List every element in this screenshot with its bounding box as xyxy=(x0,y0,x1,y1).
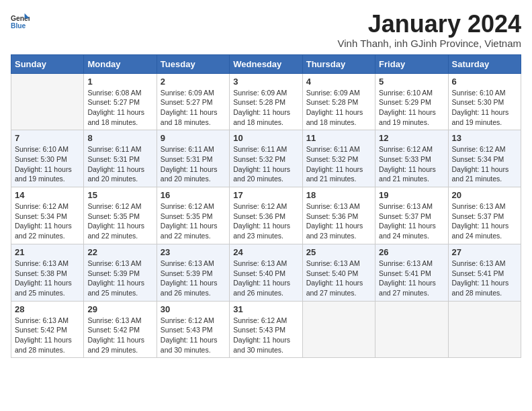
day-info: Sunrise: 6:12 AM Sunset: 5:43 PM Dayligh… xyxy=(161,316,226,355)
calendar-cell: 3Sunrise: 6:09 AM Sunset: 5:28 PM Daylig… xyxy=(230,73,302,130)
day-info: Sunrise: 6:11 AM Sunset: 5:31 PM Dayligh… xyxy=(87,144,152,184)
day-number: 15 xyxy=(87,190,152,200)
calendar-week-row: 1Sunrise: 6:08 AM Sunset: 5:27 PM Daylig… xyxy=(11,73,521,130)
day-number: 3 xyxy=(233,77,298,87)
calendar-cell: 18Sunrise: 6:13 AM Sunset: 5:36 PM Dayli… xyxy=(302,187,375,244)
day-number: 14 xyxy=(15,190,80,200)
day-number: 23 xyxy=(161,247,226,257)
day-info: Sunrise: 6:12 AM Sunset: 5:33 PM Dayligh… xyxy=(379,144,444,184)
weekday-header-friday: Friday xyxy=(375,54,448,73)
calendar-week-row: 7Sunrise: 6:10 AM Sunset: 5:30 PM Daylig… xyxy=(11,130,521,187)
calendar-cell: 10Sunrise: 6:11 AM Sunset: 5:32 PM Dayli… xyxy=(230,130,302,187)
day-info: Sunrise: 6:12 AM Sunset: 5:36 PM Dayligh… xyxy=(233,201,298,241)
day-info: Sunrise: 6:09 AM Sunset: 5:28 PM Dayligh… xyxy=(233,88,298,128)
day-info: Sunrise: 6:10 AM Sunset: 5:29 PM Dayligh… xyxy=(379,88,444,128)
day-info: Sunrise: 6:11 AM Sunset: 5:32 PM Dayligh… xyxy=(233,144,298,184)
day-info: Sunrise: 6:11 AM Sunset: 5:31 PM Dayligh… xyxy=(161,144,226,184)
weekday-header-tuesday: Tuesday xyxy=(157,54,229,73)
calendar-cell: 9Sunrise: 6:11 AM Sunset: 5:31 PM Daylig… xyxy=(157,130,229,187)
day-number: 12 xyxy=(379,133,444,143)
weekday-header-saturday: Saturday xyxy=(448,54,521,73)
calendar-cell: 6Sunrise: 6:10 AM Sunset: 5:30 PM Daylig… xyxy=(448,73,521,130)
calendar-cell: 27Sunrise: 6:13 AM Sunset: 5:41 PM Dayli… xyxy=(448,244,521,301)
day-info: Sunrise: 6:13 AM Sunset: 5:37 PM Dayligh… xyxy=(379,201,444,241)
calendar-cell: 20Sunrise: 6:13 AM Sunset: 5:37 PM Dayli… xyxy=(448,187,521,244)
month-title: January 2024 xyxy=(337,11,521,38)
day-number: 24 xyxy=(233,247,298,257)
calendar-cell xyxy=(302,301,375,358)
calendar-cell xyxy=(11,73,84,130)
day-number: 8 xyxy=(87,133,152,143)
day-info: Sunrise: 6:12 AM Sunset: 5:35 PM Dayligh… xyxy=(161,201,226,241)
day-info: Sunrise: 6:13 AM Sunset: 5:39 PM Dayligh… xyxy=(161,259,226,298)
day-number: 1 xyxy=(87,77,152,87)
title-block: January 2024 Vinh Thanh, inh GJinh Provi… xyxy=(337,11,521,49)
day-info: Sunrise: 6:13 AM Sunset: 5:38 PM Dayligh… xyxy=(15,259,80,298)
day-number: 30 xyxy=(161,304,226,314)
calendar-week-row: 28Sunrise: 6:13 AM Sunset: 5:42 PM Dayli… xyxy=(11,301,521,358)
calendar-cell: 19Sunrise: 6:13 AM Sunset: 5:37 PM Dayli… xyxy=(375,187,448,244)
day-number: 22 xyxy=(87,247,152,257)
calendar-cell: 1Sunrise: 6:08 AM Sunset: 5:27 PM Daylig… xyxy=(84,73,157,130)
day-number: 11 xyxy=(306,133,371,143)
calendar-cell: 29Sunrise: 6:13 AM Sunset: 5:42 PM Dayli… xyxy=(84,301,157,358)
day-info: Sunrise: 6:10 AM Sunset: 5:30 PM Dayligh… xyxy=(452,88,517,128)
day-number: 9 xyxy=(161,133,226,143)
day-number: 19 xyxy=(379,190,444,200)
logo-icon: General Blue xyxy=(11,12,30,31)
day-info: Sunrise: 6:13 AM Sunset: 5:40 PM Dayligh… xyxy=(233,259,298,298)
calendar-cell: 23Sunrise: 6:13 AM Sunset: 5:39 PM Dayli… xyxy=(157,244,229,301)
calendar-cell: 5Sunrise: 6:10 AM Sunset: 5:29 PM Daylig… xyxy=(375,73,448,130)
day-number: 29 xyxy=(87,304,152,314)
calendar-cell: 21Sunrise: 6:13 AM Sunset: 5:38 PM Dayli… xyxy=(11,244,84,301)
day-info: Sunrise: 6:13 AM Sunset: 5:42 PM Dayligh… xyxy=(87,316,152,355)
day-info: Sunrise: 6:13 AM Sunset: 5:42 PM Dayligh… xyxy=(15,316,80,355)
day-number: 27 xyxy=(452,247,517,257)
weekday-header-thursday: Thursday xyxy=(302,54,375,73)
day-number: 2 xyxy=(161,77,226,87)
calendar-cell: 31Sunrise: 6:12 AM Sunset: 5:43 PM Dayli… xyxy=(230,301,302,358)
day-number: 26 xyxy=(379,247,444,257)
day-number: 21 xyxy=(15,247,80,257)
day-info: Sunrise: 6:13 AM Sunset: 5:37 PM Dayligh… xyxy=(452,201,517,241)
day-info: Sunrise: 6:13 AM Sunset: 5:41 PM Dayligh… xyxy=(452,259,517,298)
day-info: Sunrise: 6:08 AM Sunset: 5:27 PM Dayligh… xyxy=(87,88,152,128)
day-info: Sunrise: 6:12 AM Sunset: 5:34 PM Dayligh… xyxy=(15,201,80,241)
calendar-cell: 30Sunrise: 6:12 AM Sunset: 5:43 PM Dayli… xyxy=(157,301,229,358)
day-number: 4 xyxy=(306,77,371,87)
location-subtitle: Vinh Thanh, inh GJinh Province, Vietnam xyxy=(337,38,521,49)
calendar-week-row: 21Sunrise: 6:13 AM Sunset: 5:38 PM Dayli… xyxy=(11,244,521,301)
calendar-cell: 26Sunrise: 6:13 AM Sunset: 5:41 PM Dayli… xyxy=(375,244,448,301)
calendar-cell xyxy=(375,301,448,358)
calendar-cell xyxy=(448,301,521,358)
calendar-cell: 15Sunrise: 6:12 AM Sunset: 5:35 PM Dayli… xyxy=(84,187,157,244)
calendar-cell: 16Sunrise: 6:12 AM Sunset: 5:35 PM Dayli… xyxy=(157,187,229,244)
page-header: General Blue January 2024 Vinh Thanh, in… xyxy=(11,11,521,49)
logo: General Blue xyxy=(11,11,30,31)
day-info: Sunrise: 6:12 AM Sunset: 5:34 PM Dayligh… xyxy=(452,144,517,184)
day-number: 28 xyxy=(15,304,80,314)
weekday-header-sunday: Sunday xyxy=(11,54,84,73)
day-info: Sunrise: 6:12 AM Sunset: 5:43 PM Dayligh… xyxy=(233,316,298,355)
calendar-cell: 4Sunrise: 6:09 AM Sunset: 5:28 PM Daylig… xyxy=(302,73,375,130)
calendar-cell: 22Sunrise: 6:13 AM Sunset: 5:39 PM Dayli… xyxy=(84,244,157,301)
day-number: 5 xyxy=(379,77,444,87)
day-number: 17 xyxy=(233,190,298,200)
day-number: 6 xyxy=(452,77,517,87)
calendar-cell: 13Sunrise: 6:12 AM Sunset: 5:34 PM Dayli… xyxy=(448,130,521,187)
weekday-header-wednesday: Wednesday xyxy=(230,54,302,73)
day-info: Sunrise: 6:13 AM Sunset: 5:39 PM Dayligh… xyxy=(87,259,152,298)
calendar-cell: 24Sunrise: 6:13 AM Sunset: 5:40 PM Dayli… xyxy=(230,244,302,301)
day-number: 25 xyxy=(306,247,371,257)
calendar-cell: 7Sunrise: 6:10 AM Sunset: 5:30 PM Daylig… xyxy=(11,130,84,187)
day-number: 10 xyxy=(233,133,298,143)
day-info: Sunrise: 6:13 AM Sunset: 5:40 PM Dayligh… xyxy=(306,259,371,298)
calendar-cell: 17Sunrise: 6:12 AM Sunset: 5:36 PM Dayli… xyxy=(230,187,302,244)
calendar-header-row: SundayMondayTuesdayWednesdayThursdayFrid… xyxy=(11,54,521,73)
calendar-cell: 25Sunrise: 6:13 AM Sunset: 5:40 PM Dayli… xyxy=(302,244,375,301)
day-info: Sunrise: 6:10 AM Sunset: 5:30 PM Dayligh… xyxy=(15,144,80,184)
day-number: 7 xyxy=(15,133,80,143)
calendar-table: SundayMondayTuesdayWednesdayThursdayFrid… xyxy=(11,54,521,359)
day-number: 18 xyxy=(306,190,371,200)
weekday-header-monday: Monday xyxy=(84,54,157,73)
